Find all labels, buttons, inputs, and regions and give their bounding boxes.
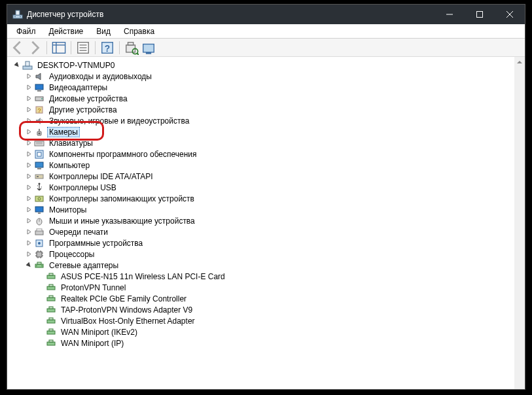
svg-rect-44 bbox=[35, 196, 43, 201]
close-button[interactable] bbox=[495, 5, 525, 24]
tree-category-label: Видеоадаптеры bbox=[49, 83, 107, 92]
expand-toggle[interactable] bbox=[24, 139, 33, 148]
svg-rect-51 bbox=[37, 229, 42, 231]
menubar: Файл Действие Вид Справка bbox=[7, 24, 525, 39]
network-adapter-icon bbox=[46, 338, 56, 349]
toolbar: ? bbox=[7, 39, 525, 57]
tree-category-node[interactable]: ? Другие устройства bbox=[23, 104, 525, 115]
svg-rect-80 bbox=[49, 340, 53, 342]
expand-toggle[interactable] bbox=[24, 216, 33, 226]
properties-button[interactable] bbox=[75, 40, 91, 56]
svg-rect-18 bbox=[128, 42, 133, 44]
tree-category-node[interactable]: Дисковые устройства bbox=[23, 93, 525, 104]
expand-toggle[interactable] bbox=[24, 128, 33, 137]
expand-toggle[interactable] bbox=[24, 239, 33, 248]
device-manager-window: Диспетчер устройств Файл Действие Вид Сп… bbox=[7, 4, 525, 390]
tree-device-label: ProtonVPN Tunnel bbox=[61, 283, 126, 292]
tree-category-label: Программные устройства bbox=[49, 239, 143, 248]
monitor-icon bbox=[34, 205, 44, 215]
network-icon bbox=[34, 260, 44, 271]
tree-category-node[interactable]: Процессоры bbox=[23, 249, 525, 260]
network-adapter-icon bbox=[46, 271, 56, 282]
tree-category-node[interactable]: Мониторы bbox=[23, 204, 525, 215]
menu-help[interactable]: Справка bbox=[118, 26, 160, 37]
expand-toggle[interactable] bbox=[24, 150, 33, 159]
expand-toggle[interactable] bbox=[24, 183, 33, 192]
menu-file[interactable]: Файл bbox=[11, 26, 41, 37]
tree-category-node[interactable]: Аудиовходы и аудиовыходы bbox=[23, 71, 525, 82]
tree-category-node[interactable]: Очереди печати bbox=[23, 226, 525, 237]
tree-category-node[interactable]: Программные устройства bbox=[23, 237, 525, 249]
minimize-button[interactable] bbox=[434, 5, 465, 24]
expand-toggle[interactable] bbox=[24, 205, 33, 215]
expand-toggle[interactable] bbox=[24, 83, 33, 92]
expand-toggle[interactable] bbox=[24, 72, 33, 81]
menu-action[interactable]: Действие bbox=[44, 26, 89, 37]
svg-rect-67 bbox=[47, 275, 55, 279]
tree-category-label: Аудиовходы и аудиовыходы bbox=[49, 72, 152, 81]
expand-toggle[interactable] bbox=[24, 172, 33, 181]
menu-view[interactable]: Вид bbox=[91, 26, 116, 37]
svg-point-28 bbox=[41, 98, 43, 99]
maximize-button[interactable] bbox=[465, 5, 495, 24]
expand-toggle[interactable] bbox=[24, 116, 33, 126]
svg-rect-77 bbox=[47, 331, 55, 334]
scroll-up-arrow[interactable] bbox=[514, 57, 525, 67]
expand-toggle[interactable] bbox=[24, 94, 33, 103]
tree-category-node[interactable]: Контроллеры USB bbox=[23, 182, 525, 193]
tree-category-node[interactable]: Сетевые адаптеры bbox=[23, 260, 525, 271]
collapse-toggle[interactable] bbox=[24, 261, 33, 270]
svg-point-66 bbox=[41, 265, 43, 266]
scan-hardware-button[interactable] bbox=[124, 40, 139, 56]
tree-device-node[interactable]: WAN Miniport (IKEv2) bbox=[35, 326, 525, 337]
tree-root-label: DESKTOP-VTNMUP0 bbox=[37, 61, 115, 70]
tree-category-node[interactable]: Контроллеры запоминающих устройств bbox=[23, 193, 525, 204]
tree-device-node[interactable]: Realtek PCIe GbE Family Controller bbox=[35, 293, 525, 304]
printer-icon bbox=[34, 227, 44, 237]
svg-rect-8 bbox=[52, 42, 65, 53]
svg-rect-26 bbox=[37, 90, 41, 92]
tree-root-node[interactable]: DESKTOP-VTNMUP0 bbox=[11, 60, 525, 71]
expand-toggle[interactable] bbox=[24, 161, 33, 170]
svg-rect-78 bbox=[49, 329, 53, 331]
tree-category-node[interactable]: Видеоадаптеры bbox=[23, 82, 525, 93]
tree-category-node[interactable]: Клавиатуры bbox=[23, 137, 525, 148]
expand-toggle[interactable] bbox=[24, 105, 33, 114]
svg-rect-38 bbox=[37, 152, 41, 156]
tree-category-node[interactable]: Контроллеры IDE ATA/ATAPI bbox=[23, 171, 525, 182]
tree-category-node[interactable]: Камеры bbox=[23, 126, 525, 137]
collapse-toggle[interactable] bbox=[12, 61, 22, 70]
tree-category-label: Очереди печати bbox=[49, 228, 108, 237]
expand-toggle[interactable] bbox=[24, 228, 33, 237]
mouse-icon bbox=[34, 216, 44, 226]
tree-device-node[interactable]: WAN Miniport (IP) bbox=[35, 337, 525, 349]
display-icon bbox=[34, 82, 44, 93]
svg-rect-40 bbox=[37, 168, 41, 169]
svg-point-3 bbox=[20, 16, 21, 18]
tree-category-node[interactable]: Компьютер bbox=[23, 160, 525, 171]
nav-back-button[interactable] bbox=[10, 40, 26, 56]
add-hardware-button[interactable] bbox=[141, 40, 156, 56]
tree-device-node[interactable]: TAP-ProtonVPN Windows Adapter V9 bbox=[35, 304, 525, 315]
tree-category-node[interactable]: Компоненты программного обеспечения bbox=[23, 148, 525, 160]
camera-icon bbox=[34, 127, 44, 137]
svg-text:?: ? bbox=[105, 43, 110, 53]
computer-icon bbox=[34, 160, 44, 171]
tree-device-node[interactable]: ProtonVPN Tunnel bbox=[35, 282, 525, 293]
tree-category-node[interactable]: Мыши и иные указывающие устройства bbox=[23, 215, 525, 226]
tree-category-node[interactable]: Звуковые, игровые и видеоустройства bbox=[23, 115, 525, 126]
disk-icon bbox=[34, 94, 44, 104]
tree-device-node[interactable]: VirtualBox Host-Only Ethernet Adapter bbox=[35, 315, 525, 326]
svg-rect-50 bbox=[35, 231, 43, 235]
show-hide-tree-button[interactable] bbox=[51, 40, 67, 56]
nav-forward-button[interactable] bbox=[27, 40, 43, 56]
help-button[interactable]: ? bbox=[99, 40, 115, 56]
tree-device-node[interactable]: ASUS PCE-N15 11n Wireless LAN PCI-E Card bbox=[35, 271, 525, 282]
svg-rect-42 bbox=[37, 176, 39, 177]
expand-toggle[interactable] bbox=[24, 194, 33, 203]
audio-icon bbox=[34, 71, 44, 82]
software-icon bbox=[34, 149, 44, 160]
device-tree-pane[interactable]: DESKTOP-VTNMUP0 Аудиовходы и аудиовыходы… bbox=[7, 57, 525, 389]
vertical-scrollbar[interactable] bbox=[514, 57, 525, 389]
expand-toggle[interactable] bbox=[24, 250, 33, 259]
